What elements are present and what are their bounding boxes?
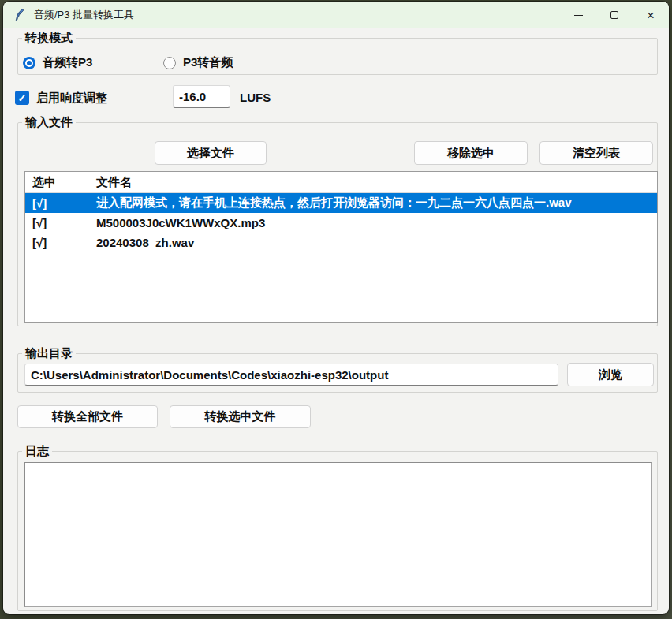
radio-p3-to-audio[interactable]: P3转音频 (163, 55, 233, 70)
minimize-icon (574, 15, 583, 16)
file-table: 选中 文件名 [√] 进入配网模式，请在手机上连接热点，然后打开浏览器访问：一九… (24, 171, 658, 323)
conversion-mode-group: 转换模式 音频转P3 P3转音频 (17, 38, 658, 75)
row-filename-cell: 进入配网模式，请在手机上连接热点，然后打开浏览器访问：一九二点一六八点四点一.w… (88, 196, 657, 211)
window-title: 音频/P3 批量转换工具 (34, 8, 134, 22)
file-table-header: 选中 文件名 (25, 172, 657, 193)
close-icon: × (647, 9, 655, 22)
input-files-label: 输入文件 (22, 115, 76, 129)
minimize-button[interactable] (560, 2, 596, 28)
input-files-group: 输入文件 选择文件 移除选中 清空列表 选中 文件名 [√] 进入配网模式，请在… (17, 122, 658, 326)
clear-list-button[interactable]: 清空列表 (539, 141, 653, 165)
window-controls: × (560, 2, 669, 28)
loudness-checkbox-label: 启用响度调整 (36, 91, 107, 106)
python-feather-icon (13, 9, 26, 21)
radio-unselected-icon (163, 57, 176, 69)
app-window: 音频/P3 批量转换工具 × 转换模式 音频转P3 P3转音频 ✓ 启用响度调整… (3, 2, 669, 614)
header-filename[interactable]: 文件名 (88, 175, 657, 190)
row-check-cell: [√] (25, 193, 88, 213)
header-checked[interactable]: 选中 (25, 172, 88, 192)
row-check-cell: [√] (25, 233, 88, 252)
radio-selected-icon (23, 57, 35, 69)
close-button[interactable]: × (633, 2, 669, 28)
lufs-unit-label: LUFS (240, 91, 271, 104)
radio-audio-to-p3-label: 音频转P3 (43, 55, 92, 70)
output-path-input[interactable] (24, 364, 558, 386)
desktop: { "window": { "title": "音频/P3 批量转换工具", "… (0, 0, 672, 619)
row-filename-cell: M500003J0cWK1WWxQX.mp3 (88, 216, 657, 229)
log-group: 日志 (17, 451, 658, 611)
loudness-row: ✓ 启用响度调整 (15, 87, 107, 109)
loudness-checkbox[interactable]: ✓ (15, 91, 29, 105)
row-filename-cell: 20240308_zh.wav (88, 236, 657, 249)
convert-all-button[interactable]: 转换全部文件 (17, 405, 158, 428)
log-textarea[interactable] (24, 462, 652, 607)
check-icon: ✓ (18, 92, 27, 104)
radio-p3-to-audio-label: P3转音频 (183, 55, 233, 70)
lufs-input[interactable] (173, 85, 230, 108)
table-row[interactable]: [√] M500003J0cWK1WWxQX.mp3 (25, 213, 657, 233)
output-dir-label: 输出目录 (22, 346, 76, 360)
convert-selected-button[interactable]: 转换选中文件 (170, 405, 311, 428)
titlebar: 音频/P3 批量转换工具 × (3, 2, 669, 28)
browse-button[interactable]: 浏览 (567, 363, 654, 386)
remove-selected-button[interactable]: 移除选中 (414, 141, 528, 165)
select-files-button[interactable]: 选择文件 (155, 141, 267, 165)
table-row[interactable]: [√] 20240308_zh.wav (25, 233, 657, 252)
log-label: 日志 (22, 444, 52, 458)
radio-audio-to-p3[interactable]: 音频转P3 (23, 55, 92, 70)
output-dir-group: 输出目录 浏览 (17, 353, 658, 393)
maximize-icon (610, 11, 618, 19)
row-check-cell: [√] (25, 213, 88, 233)
table-row[interactable]: [√] 进入配网模式，请在手机上连接热点，然后打开浏览器访问：一九二点一六八点四… (25, 193, 657, 213)
conversion-mode-label: 转换模式 (22, 31, 76, 45)
maximize-button[interactable] (596, 2, 633, 28)
